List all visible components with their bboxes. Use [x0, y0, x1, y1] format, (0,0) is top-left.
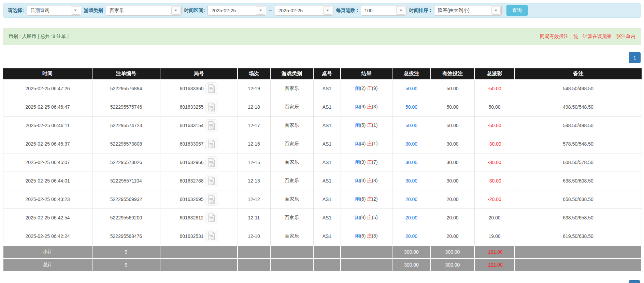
result-player-points: (9) — [360, 104, 366, 109]
video-file-icon — [208, 176, 215, 186]
video-replay-button[interactable] — [205, 119, 218, 132]
cell-remark: 548.50/498.50 — [515, 116, 642, 135]
cell-payout: -30.00 — [474, 153, 515, 172]
cell-total-bet: 50.00 — [392, 79, 431, 98]
result-player-points: (6) — [360, 233, 366, 239]
grand-total-payout: -121.00 — [474, 258, 515, 271]
cell-total-bet: 30.00 — [392, 153, 431, 172]
chevron-down-icon[interactable] — [323, 6, 332, 15]
table-footer: 小计 9 300.00 300.00 -121.00 总计 9 300.00 3… — [3, 245, 642, 271]
cell-table-no: AS1 — [313, 116, 341, 135]
video-file-icon — [208, 213, 215, 223]
result-banker-points: (7) — [372, 159, 377, 165]
col-header-result: 结果 — [341, 68, 392, 79]
subtotal-label: 小计 — [3, 245, 92, 258]
summary-bar: 币别 : 人民币 | 总共 :9 注单 | 同局有效投注，统一计算在该局第一张注… — [3, 28, 641, 45]
pagination-page-1-top[interactable]: 1 — [629, 52, 641, 63]
cell-table-no: AS1 — [313, 208, 341, 227]
col-header-game-type: 游戏类别 — [270, 68, 313, 79]
result-banker-points: (8) — [372, 233, 377, 239]
cell-total-bet: 20.00 — [392, 190, 431, 208]
bet-records-table: 时间 注单编号 局号 场次 游戏类别 桌号 结果 总投注 有效投注 总派彩 备注… — [3, 68, 642, 272]
chevron-down-icon[interactable] — [171, 6, 181, 15]
query-type-value: 日期查询 — [27, 5, 70, 15]
table-row: 2025-02-25 06:46:11 522295574723 6016331… — [3, 116, 642, 135]
cell-payout: -50.00 — [474, 79, 515, 98]
cell-game-type: 百家乐 — [270, 116, 313, 135]
chevron-down-icon[interactable] — [491, 6, 501, 15]
cell-time: 2025-02-25 06:45:07 — [3, 153, 92, 172]
page-size-select[interactable]: 100 — [361, 5, 406, 16]
search-button[interactable]: 查询 — [506, 5, 528, 16]
cell-time: 2025-02-25 06:46:47 — [3, 98, 92, 116]
round-id-text: 601632966 — [180, 160, 203, 165]
cell-total-bet: 30.00 — [392, 172, 431, 190]
cell-total-bet: 50.00 — [392, 116, 431, 135]
chevron-down-icon[interactable] — [256, 6, 265, 15]
result-player-label: 闲 — [355, 122, 360, 128]
video-file-icon — [208, 103, 215, 112]
cell-round-id: 601632531 — [160, 227, 238, 245]
game-type-select[interactable]: 百家乐 — [106, 5, 182, 16]
result-banker-label: 庄 — [367, 122, 372, 128]
date-from-select[interactable]: 2025-02-25 — [207, 5, 266, 16]
pagination-page-1-bottom[interactable]: 1 — [629, 280, 640, 283]
cell-bet-id: 522295569932 — [92, 190, 160, 208]
table-row: 2025-02-25 06:43:23 522295569932 6016326… — [3, 190, 642, 208]
cell-time: 2025-02-25 06:42:24 — [3, 227, 92, 245]
round-id-text: 601633360 — [180, 86, 203, 91]
grand-total-valid-bet: 300.00 — [431, 258, 474, 271]
result-player-label: 闲 — [355, 196, 360, 202]
video-replay-button[interactable] — [205, 193, 218, 206]
video-file-icon — [208, 139, 215, 149]
result-player-label: 闲 — [355, 141, 360, 146]
result-player-label: 闲 — [355, 104, 360, 109]
sort-order-select[interactable]: 降幂(由大到小) — [434, 5, 502, 16]
chevron-down-icon[interactable] — [396, 6, 405, 15]
video-replay-button[interactable] — [205, 175, 218, 187]
chevron-down-icon[interactable] — [71, 6, 80, 15]
cell-session: 12-15 — [238, 153, 270, 172]
date-from-value: 2025-02-25 — [208, 5, 255, 15]
cell-valid-bet: 20.00 — [431, 190, 474, 208]
cell-round-id: 601633057 — [160, 135, 238, 153]
cell-payout: 20.00 — [474, 208, 515, 227]
video-replay-button[interactable] — [205, 82, 218, 95]
round-id-text: 601633255 — [180, 104, 203, 110]
cell-valid-bet: 50.00 — [431, 116, 474, 135]
result-banker-points: (8) — [372, 178, 377, 183]
subtotal-valid-bet: 300.00 — [431, 245, 474, 258]
round-id-text: 601633057 — [180, 141, 203, 147]
video-replay-button[interactable] — [205, 138, 218, 150]
cell-result: 闲(4) 庄(1) — [341, 135, 392, 153]
cell-round-id: 601633360 — [160, 79, 238, 98]
cell-bet-id: 522295569200 — [92, 208, 160, 227]
result-banker-points: (1) — [372, 122, 377, 128]
cell-total-bet: 20.00 — [392, 227, 431, 245]
cell-session: 12-19 — [238, 79, 270, 98]
video-replay-button[interactable] — [205, 101, 218, 113]
grand-total-row: 总计 9 300.00 300.00 -121.00 — [3, 258, 642, 271]
cell-game-type: 百家乐 — [270, 227, 313, 245]
page-size-value: 100 — [361, 5, 396, 15]
cell-bet-id: 522295573808 — [92, 135, 160, 153]
video-replay-button[interactable] — [205, 230, 218, 242]
cell-remark: 578.50/548.50 — [515, 135, 642, 153]
result-banker-label: 庄 — [367, 104, 372, 109]
filter-bar: 请选择: 日期查询 游戏类别 百家乐 时间区间: 2025-02-25 ~ 20… — [3, 3, 641, 18]
cell-session: 12-18 — [238, 98, 270, 116]
cell-round-id: 601632612 — [160, 208, 238, 227]
cell-game-type: 百家乐 — [270, 190, 313, 208]
date-to-select[interactable]: 2025-02-25 — [275, 5, 333, 16]
result-player-points: (9) — [360, 159, 366, 165]
result-banker-points: (3) — [372, 104, 377, 109]
video-file-icon — [208, 158, 215, 167]
cell-session: 12-13 — [238, 172, 270, 190]
video-replay-button[interactable] — [205, 212, 218, 224]
video-file-icon — [208, 195, 215, 204]
video-file-icon — [208, 121, 215, 130]
result-banker-label: 庄 — [367, 215, 372, 220]
video-replay-button[interactable] — [205, 156, 218, 169]
cell-valid-bet: 50.00 — [431, 98, 474, 116]
query-type-select[interactable]: 日期查询 — [27, 5, 81, 16]
